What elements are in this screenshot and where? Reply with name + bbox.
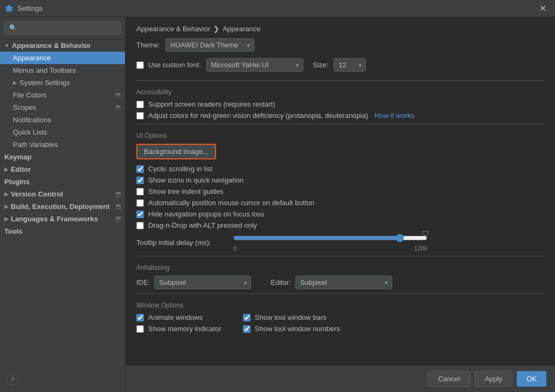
window-options-label: Window Options [136,302,544,309]
sidebar-item-notifications[interactable]: Notifications [0,114,125,126]
sidebar-item-languages-frameworks[interactable]: ▶ Languages & Frameworks ⬒ [0,213,125,225]
sidebar-item-label: Scopes [13,103,36,111]
animate-windows-checkbox[interactable] [136,314,144,321]
ok-button[interactable]: OK [517,371,546,387]
sidebar-item-plugins[interactable]: Plugins [0,176,125,188]
sidebar-item-file-colors[interactable]: File Colors ⬒ [0,89,125,101]
editor-label: Editor: [270,278,291,286]
antialiasing-row: IDE: Subpixel Greyscale None ▼ Editor: [136,276,544,289]
window-title: Settings [17,4,536,12]
sidebar: ▼ Appearance & Behavior Appearance Menus… [0,17,126,392]
drag-drop-label: Drag-n-Drop with ALT pressed only [148,221,257,229]
ide-antialiasing: IDE: Subpixel Greyscale None ▼ [136,276,251,289]
title-bar: ⬟ Settings ✕ [0,0,555,17]
sidebar-item-appearance-behavior[interactable]: ▼ Appearance & Behavior [0,39,125,52]
color-adjust-label: Adjust colors for red-green vision defic… [148,111,368,120]
hide-nav-row: Hide navigation popups on focus loss [136,210,544,218]
size-label: Size: [313,61,329,69]
sidebar-item-label: Tools [4,227,23,235]
show-tool-bars-checkbox[interactable] [243,314,251,321]
sidebar-item-path-variables[interactable]: Path Variables [0,138,125,151]
background-image-button[interactable]: Background Image... [136,144,216,159]
show-tool-numbers-row: Show tool window numbers [243,325,340,333]
editor-antialiasing-dropdown[interactable]: Subpixel Greyscale None [295,276,392,289]
cyclic-scrolling-checkbox[interactable] [136,165,144,173]
screen-readers-row: Support screen readers (requires restart… [136,100,544,108]
show-tool-numbers-checkbox[interactable] [243,325,251,333]
ide-antialiasing-dropdown[interactable]: Subpixel Greyscale None [154,276,251,289]
sidebar-item-label: File Colors [13,91,46,99]
sidebar-item-appearance[interactable]: Appearance [0,52,125,64]
drag-drop-row: Drag-n-Drop with ALT pressed only [136,221,544,229]
size-dropdown-wrapper: 12 10 11 13 14 ▼ [334,58,366,72]
font-dropdown[interactable]: Microsoft YaHei UI Arial Segoe UI [206,58,303,72]
show-tool-bars-label: Show tool window bars [255,313,327,321]
help-button[interactable]: ? [6,374,18,386]
sidebar-item-quick-lists[interactable]: Quick Lists [0,126,125,138]
color-adjust-row: Adjust colors for red-green vision defic… [136,111,544,120]
sidebar-item-label: Version Control [11,190,63,198]
cancel-button[interactable]: Cancel [428,371,470,387]
sidebar-item-label: Notifications [13,116,51,124]
cyclic-scrolling-label: Cyclic scrolling in list [148,165,212,173]
ui-options-section-label: UI Options [136,132,544,139]
screen-readers-checkbox[interactable] [136,101,144,108]
sidebar-item-build-execution[interactable]: ▶ Build, Execution, Deployment ⬒ [0,200,125,213]
show-tool-bars-row: Show tool window bars [243,313,340,321]
sidebar-item-label: System Settings [19,79,70,87]
scopes-icon: ⬒ [115,104,121,111]
show-icons-checkbox[interactable] [136,177,144,184]
sidebar-item-label: Appearance & Behavior [12,41,91,50]
file-colors-icon: ⬒ [115,92,121,99]
shield-icon: 🛡 [422,229,429,238]
auto-position-row: Automatically position mouse cursor on d… [136,199,544,207]
sidebar-item-label: Quick Lists [13,128,47,136]
breadcrumb-part2: Appearance [223,25,260,33]
how-it-works-link[interactable]: How it works [374,111,414,120]
sidebar-item-keymap[interactable]: Keymap [0,151,125,163]
show-memory-checkbox[interactable] [136,325,144,333]
show-memory-row: Show memory indicator [136,325,221,333]
sidebar-item-menus-toolbars[interactable]: Menus and Toolbars [0,64,125,76]
sidebar-item-label: Build, Execution, Deployment [11,202,109,211]
theme-dropdown-wrapper: HUAWEI Dark Theme IntelliJ Light Darcula… [165,38,254,52]
accessibility-section-label: Accessibility [136,88,544,96]
theme-label: Theme: [136,41,160,49]
sidebar-item-editor[interactable]: ▶ Editor [0,163,125,176]
sidebar-item-scopes[interactable]: Scopes ⬒ [0,101,125,114]
size-dropdown[interactable]: 12 10 11 13 14 [334,58,366,72]
drag-drop-checkbox[interactable] [136,222,144,229]
auto-position-checkbox[interactable] [136,199,144,207]
show-tree-checkbox[interactable] [136,188,144,195]
sidebar-item-label: Editor [11,165,31,173]
custom-font-label: Use custom font: [148,61,201,69]
arrow-icon: ▶ [4,216,9,222]
hide-nav-checkbox[interactable] [136,211,144,218]
lang-icon: ⬒ [115,215,121,222]
sidebar-item-tools[interactable]: Tools [0,225,125,237]
custom-font-checkbox[interactable] [136,61,144,69]
screen-readers-label: Support screen readers (requires restart… [148,100,275,108]
sidebar-item-label: Plugins [4,178,30,186]
app-icon: ⬟ [5,3,13,13]
show-icons-label: Show icons in quick navigation [148,176,244,184]
sidebar-item-label: Languages & Frameworks [11,215,98,223]
color-adjust-checkbox[interactable] [136,112,144,120]
editor-dropdown-wrapper: Subpixel Greyscale None ▼ [295,276,392,289]
sidebar-item-version-control[interactable]: ▶ Version Control ⬒ [0,188,125,200]
build-icon: ⬒ [115,203,121,210]
close-button[interactable]: ✕ [536,2,550,15]
search-input[interactable] [4,22,121,34]
theme-row: Theme: HUAWEI Dark Theme IntelliJ Light … [136,38,544,52]
breadcrumb: Appearance & Behavior ❯ Appearance [126,17,555,38]
show-memory-label: Show memory indicator [148,325,221,333]
cyclic-scrolling-row: Cyclic scrolling in list [136,165,544,173]
sidebar-item-system-settings[interactable]: ▶ System Settings [0,76,125,89]
tooltip-delay-slider[interactable] [233,234,427,242]
apply-button[interactable]: Apply [475,371,513,387]
antialiasing-section-label: Antialiasing [136,264,544,271]
sidebar-item-label: Menus and Toolbars [13,66,76,74]
show-tree-label: Show tree indent guides [148,187,223,195]
sidebar-item-label: Keymap [4,153,32,161]
theme-dropdown[interactable]: HUAWEI Dark Theme IntelliJ Light Darcula… [165,38,254,52]
